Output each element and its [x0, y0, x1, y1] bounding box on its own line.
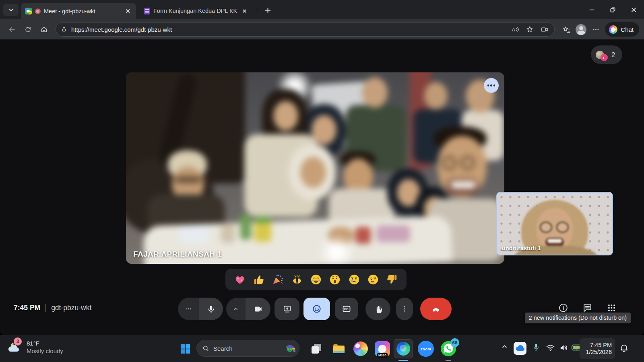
search-highlight-icon — [285, 343, 296, 354]
smiley-icon — [312, 304, 322, 314]
start-button[interactable] — [176, 340, 194, 358]
reaction-crying-face-button[interactable] — [347, 272, 361, 287]
tab-close-button[interactable] — [240, 6, 249, 15]
surprised-face-icon — [329, 274, 341, 286]
end-call-button[interactable] — [420, 298, 452, 320]
tab-close-button[interactable] — [123, 7, 132, 16]
tray-time: 7:45 PM — [590, 342, 612, 349]
copilot-chat-button[interactable]: Chat — [605, 22, 639, 37]
in-call-messages-button[interactable] — [582, 302, 593, 313]
self-video-tile[interactable]: undri.rastuti 1 — [496, 192, 613, 255]
reaction-thumbs-up-button[interactable] — [252, 272, 266, 287]
reaction-party-popper-button[interactable] — [270, 272, 285, 287]
browser-tab-bar: Meet - gdt-pbzu-wkt Form Kunjungan Kedua… — [0, 0, 644, 19]
wifi-icon[interactable] — [546, 343, 555, 352]
tray-microphone-icon[interactable] — [532, 343, 540, 351]
meeting-details-button[interactable] — [558, 302, 569, 313]
participants-count: 2 — [611, 51, 615, 59]
captions-button[interactable]: CC — [335, 298, 358, 320]
back-button[interactable] — [5, 23, 19, 36]
meeting-clock: 7:45 PM — [14, 304, 40, 312]
camera-button[interactable] — [246, 298, 270, 320]
browser-toolbar: https://meet.google.com/gdt-pbzu-wkt A C… — [0, 19, 644, 39]
plus-icon — [264, 7, 271, 14]
chevron-down-icon — [8, 7, 14, 13]
closed-captions-icon: CC — [342, 304, 351, 314]
tray-chevron-up[interactable] — [501, 343, 508, 350]
edge-active-frame[interactable] — [394, 339, 413, 358]
reactions-toggle-button[interactable] — [303, 298, 330, 320]
crying-face-icon — [348, 274, 360, 286]
read-aloud-icon[interactable]: A — [511, 25, 519, 34]
task-view-button[interactable] — [308, 340, 325, 358]
face-with-tears-of-joy-icon — [310, 274, 322, 286]
file-explorer-button[interactable] — [330, 340, 348, 358]
window-restore-button[interactable] — [602, 0, 623, 19]
copilot-icon — [609, 25, 617, 34]
window-controls — [581, 0, 644, 19]
screen: Meet - gdt-pbzu-wkt Form Kunjungan Kedua… — [0, 0, 644, 362]
raise-hand-button[interactable] — [365, 298, 390, 320]
volume-icon[interactable] — [559, 343, 568, 352]
tray-clock[interactable]: 7:45 PM 1/25/2026 — [580, 338, 615, 359]
main-video-tile[interactable]: FAJAR APRILIANSAH 1 — [126, 72, 504, 264]
weather-condition: Mostly cloudy — [27, 348, 63, 354]
participant-name-label: FAJAR APRILIANSAH 1 — [133, 250, 222, 259]
new-tab-button[interactable] — [262, 4, 274, 16]
zoom-app-button[interactable]: zoom — [417, 340, 435, 358]
favorite-star-icon[interactable] — [526, 25, 534, 33]
notifications-bell-dnd-icon[interactable]: z — [619, 343, 629, 353]
thumbs-up-icon — [253, 274, 265, 286]
tab-meet[interactable]: Meet - gdt-pbzu-wkt — [21, 3, 136, 19]
search-input[interactable] — [213, 345, 281, 352]
search-icon — [202, 345, 209, 352]
tile-options-button[interactable] — [484, 78, 499, 93]
onedrive-icon[interactable] — [513, 341, 527, 356]
present-screen-button[interactable] — [275, 298, 299, 320]
m365-copilot-button[interactable]: M365 — [374, 340, 391, 358]
svg-text:A: A — [512, 27, 516, 32]
tab-camera-in-use-icon[interactable] — [540, 25, 549, 34]
microphone-button[interactable] — [199, 298, 223, 320]
camera-icon — [254, 304, 263, 314]
reaction-clapping-hands-button[interactable] — [290, 272, 304, 287]
participants-count-pill[interactable]: F 2 — [591, 45, 622, 64]
weather-widget[interactable]: 3 81°F Mostly cloudy — [6, 339, 63, 356]
tab-divider — [257, 6, 257, 13]
home-button[interactable] — [37, 23, 51, 36]
settings-more-icon[interactable] — [589, 23, 603, 36]
reaction-joy-face-button[interactable] — [309, 272, 323, 287]
reaction-thinking-face-button[interactable] — [366, 272, 380, 287]
mic-options-button[interactable] — [178, 298, 199, 320]
activities-button[interactable] — [606, 302, 617, 313]
tray-date: 1/25/2026 — [586, 349, 612, 356]
tab-search-button[interactable] — [3, 4, 19, 16]
url-text: https://meet.google.com/gdt-pbzu-wkt — [71, 26, 507, 33]
apps-grid-icon — [607, 303, 617, 313]
window-close-button[interactable] — [623, 0, 644, 19]
edge-icon — [396, 342, 410, 356]
call-controls: CC — [178, 298, 452, 320]
weather-cloud-moon-icon: 3 — [6, 339, 23, 356]
reaction-thumbs-down-button[interactable] — [385, 272, 399, 287]
media-recording-indicator-icon — [35, 8, 41, 14]
more-dots-icon — [487, 84, 489, 86]
address-bar[interactable]: https://meet.google.com/gdt-pbzu-wkt A — [56, 22, 555, 37]
camera-options-button[interactable] — [226, 298, 246, 320]
taskbar-search[interactable] — [196, 340, 299, 357]
favorites-hub-icon[interactable] — [559, 23, 573, 36]
refresh-button[interactable] — [21, 23, 35, 36]
weather-temperature: 81°F — [27, 340, 63, 347]
task-view-icon — [310, 342, 323, 355]
google-meet-favicon — [25, 8, 32, 14]
browser-profile-avatar[interactable] — [576, 24, 586, 35]
more-dots-icon — [185, 305, 192, 313]
copilot-app-button[interactable] — [352, 340, 369, 358]
more-options-button[interactable] — [396, 298, 413, 320]
reaction-surprised-face-button[interactable] — [328, 272, 342, 287]
lock-icon — [61, 26, 67, 33]
tab-forms[interactable]: Form Kunjungan Kedua DPL KKN ( — [140, 4, 253, 17]
clapping-hands-icon — [291, 274, 303, 286]
window-minimize-button[interactable] — [581, 0, 602, 19]
reaction-sparkling-heart-button[interactable] — [233, 272, 247, 287]
